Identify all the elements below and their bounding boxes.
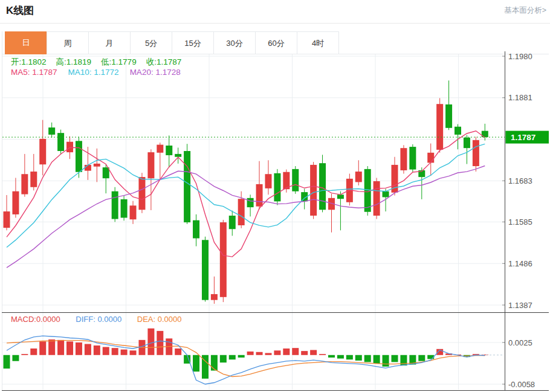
current-price-tag: 1.1787 xyxy=(506,131,549,144)
macd-readout: MACD:0.0000 DIFF: 0.0000 DEA: 0.0000 xyxy=(11,315,195,324)
tab-15分[interactable]: 15分 xyxy=(172,31,214,54)
ma-item: MA5: 1.1787 xyxy=(11,68,57,77)
svg-text:1.1683: 1.1683 xyxy=(508,176,532,185)
tab-30分[interactable]: 30分 xyxy=(213,31,256,54)
tab-月[interactable]: 月 xyxy=(88,31,131,54)
svg-text:0.0025: 0.0025 xyxy=(508,338,532,347)
svg-text:1.1387: 1.1387 xyxy=(508,301,532,310)
ohlc-item: 低:1.1779 xyxy=(101,57,137,66)
main-gridlines xyxy=(2,56,505,384)
macd-value: MACD:0.0000 xyxy=(11,315,60,324)
ohlc-item: 收:1.1787 xyxy=(146,57,182,66)
ma-item: MA10: 1.1772 xyxy=(68,68,119,77)
diff-value: DIFF: 0.0000 xyxy=(76,315,121,324)
kline-page: { "header": { "title": "K线图", "link": "基… xyxy=(0,0,550,392)
tab-5分[interactable]: 5分 xyxy=(130,31,172,54)
svg-text:1.1486: 1.1486 xyxy=(508,259,532,268)
ohlc-item: 开:1.1802 xyxy=(11,57,47,66)
candles xyxy=(4,80,488,304)
main-axis-labels: 1.19801.18811.16831.15851.14861.13870.00… xyxy=(502,52,535,389)
ohlc-item: 高:1.1819 xyxy=(56,57,92,66)
ma-readout: MA5: 1.1787MA10: 1.1772MA20: 1.1728 xyxy=(11,68,192,77)
tab-周[interactable]: 周 xyxy=(47,31,89,54)
svg-text:1.1881: 1.1881 xyxy=(508,93,532,102)
svg-text:1.1585: 1.1585 xyxy=(508,217,532,227)
dea-value: DEA: 0.0000 xyxy=(137,315,182,324)
ohlc-readout: 开:1.1802高:1.1819低:1.1779收:1.1787 xyxy=(11,57,191,68)
tab-4时[interactable]: 4时 xyxy=(297,31,339,54)
tab-60分[interactable]: 60分 xyxy=(255,31,297,54)
svg-text:1.1787: 1.1787 xyxy=(511,133,535,142)
period-tab-bar: 日周月5分15分30分60分4时 xyxy=(5,31,339,54)
tab-日[interactable]: 日 xyxy=(5,31,47,54)
ma-item: MA20: 1.1728 xyxy=(130,68,181,77)
svg-text:-0.0058: -0.0058 xyxy=(508,380,535,389)
svg-text:1.1980: 1.1980 xyxy=(508,52,532,61)
